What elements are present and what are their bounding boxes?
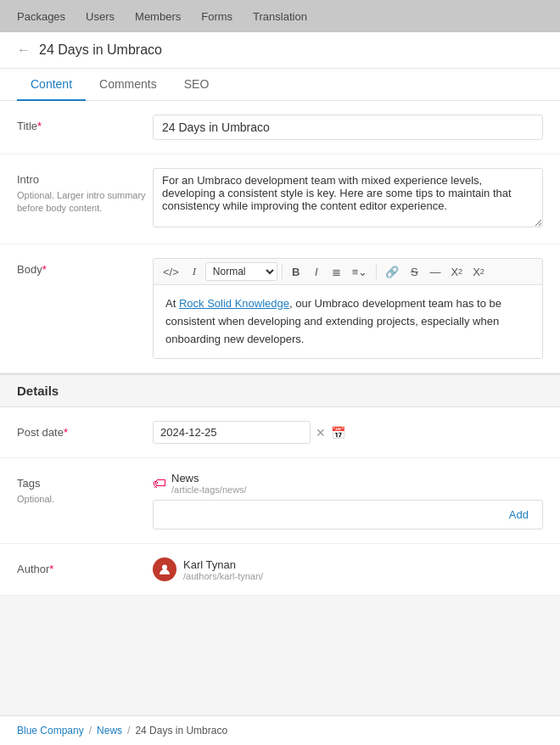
- tags-label: Tags Optional.: [17, 472, 153, 506]
- tab-seo[interactable]: SEO: [171, 69, 223, 101]
- nav-forms[interactable]: Forms: [191, 3, 243, 30]
- rte-superscript-button[interactable]: X2: [468, 262, 489, 281]
- rte-hr-button[interactable]: —: [425, 262, 445, 281]
- rte-format-select[interactable]: Normal Heading 1 Heading 2 Heading 3: [205, 262, 277, 281]
- tag-path: /article-tags/news/: [171, 485, 247, 495]
- page-header: ← 24 Days in Umbraco: [0, 32, 560, 69]
- rte-divider-1: [282, 264, 283, 279]
- post-date-row: Post date* ✕ 📅: [0, 407, 560, 458]
- calendar-icon[interactable]: 📅: [331, 426, 345, 440]
- breadcrumb-blue-company[interactable]: Blue Company: [17, 725, 84, 737]
- body-row: Body* </> I Normal Heading 1 Heading 2 H…: [0, 244, 560, 373]
- svg-point-0: [162, 565, 167, 570]
- tabs-bar: Content Comments SEO: [0, 69, 560, 101]
- rte-italic-serif-button[interactable]: I: [185, 262, 204, 281]
- details-section-header: Details: [0, 373, 560, 407]
- breadcrumb-current: 24 Days in Umbraco: [135, 725, 227, 737]
- add-tag-row: Add: [153, 500, 543, 529]
- nav-packages[interactable]: Packages: [7, 3, 76, 30]
- author-avatar: [153, 557, 176, 581]
- rte-bullet-list-button[interactable]: ≣: [328, 262, 346, 281]
- add-tag-input-area: Add: [153, 500, 543, 529]
- breadcrumb-sep-1: /: [89, 725, 92, 737]
- breadcrumb-bar: Blue Company / News / 24 Days in Umbraco: [0, 715, 560, 745]
- rte-italic-button[interactable]: I: [307, 262, 326, 281]
- author-label: Author*: [17, 557, 153, 575]
- body-field-wrap: </> I Normal Heading 1 Heading 2 Heading…: [153, 258, 543, 359]
- title-field-wrap: [153, 115, 543, 140]
- author-row: Author* Karl Tynan /authors/karl-tynan/: [0, 544, 560, 596]
- author-field-wrap: Karl Tynan /authors/karl-tynan/: [153, 557, 543, 581]
- author-name: Karl Tynan: [183, 558, 263, 571]
- content-area: Title* Intro Optional. Larger intro summ…: [0, 101, 560, 373]
- intro-textarea[interactable]: For an Umbraco development team with mix…: [153, 168, 543, 227]
- page-title: 24 Days in Umbraco: [39, 42, 162, 58]
- post-date-input[interactable]: [153, 421, 311, 444]
- author-path: /authors/karl-tynan/: [183, 571, 263, 581]
- author-info: Karl Tynan /authors/karl-tynan/: [183, 558, 263, 581]
- tag-info: News /article-tags/news/: [171, 472, 247, 495]
- tags-field-wrap: 🏷 News /article-tags/news/ Add: [153, 472, 543, 529]
- top-navigation: Packages Users Members Forms Translation: [0, 0, 560, 32]
- rte-link-button[interactable]: 🔗: [381, 262, 403, 281]
- intro-field-wrap: For an Umbraco development team with mix…: [153, 168, 543, 230]
- rte-ordered-list-button[interactable]: ≡⌄: [348, 262, 372, 281]
- tags-row: Tags Optional. 🏷 News /article-tags/news…: [0, 458, 560, 544]
- author-karl-tynan: Karl Tynan /authors/karl-tynan/: [153, 557, 543, 581]
- rte-subscript-button[interactable]: X2: [446, 262, 467, 281]
- body-label: Body*: [17, 258, 153, 276]
- rte-link-rock-solid[interactable]: Rock Solid Knowledge: [179, 297, 289, 310]
- rte-text-prefix: At: [165, 297, 179, 310]
- intro-label: Intro Optional. Larger intro summary bef…: [17, 168, 153, 216]
- nav-members[interactable]: Members: [125, 3, 191, 30]
- tag-icon: 🏷: [153, 476, 166, 491]
- tab-content[interactable]: Content: [17, 69, 86, 101]
- date-clear-button[interactable]: ✕: [316, 426, 326, 440]
- rich-text-editor: </> I Normal Heading 1 Heading 2 Heading…: [153, 258, 543, 359]
- tab-comments[interactable]: Comments: [86, 69, 171, 101]
- tag-news-item: 🏷 News /article-tags/news/: [153, 472, 543, 495]
- back-button[interactable]: ←: [17, 42, 31, 58]
- nav-translation[interactable]: Translation: [243, 3, 317, 30]
- rte-strikethrough-button[interactable]: S: [405, 262, 423, 281]
- breadcrumb-sep-2: /: [127, 725, 130, 737]
- rte-toolbar: </> I Normal Heading 1 Heading 2 Heading…: [154, 259, 542, 285]
- rte-content-area[interactable]: At Rock Solid Knowledge, our Umbraco dev…: [154, 285, 542, 358]
- date-input-wrap: ✕ 📅: [153, 421, 543, 444]
- title-input[interactable]: [153, 115, 543, 140]
- breadcrumb-news[interactable]: News: [97, 725, 122, 737]
- tag-name: News: [171, 472, 247, 485]
- rte-code-button[interactable]: </>: [159, 262, 183, 281]
- post-date-field-wrap: ✕ 📅: [153, 421, 543, 444]
- title-row: Title*: [0, 101, 560, 154]
- intro-row: Intro Optional. Larger intro summary bef…: [0, 154, 560, 244]
- nav-users[interactable]: Users: [76, 3, 125, 30]
- rte-divider-2: [376, 264, 377, 279]
- title-label: Title*: [17, 115, 153, 132]
- rte-bold-button[interactable]: B: [287, 262, 305, 281]
- details-area: Post date* ✕ 📅 Tags Optional. 🏷 News /ar…: [0, 407, 560, 596]
- add-tag-button[interactable]: Add: [502, 505, 535, 524]
- user-icon: [158, 563, 171, 576]
- post-date-label: Post date*: [17, 421, 153, 439]
- details-section-title: Details: [17, 384, 59, 398]
